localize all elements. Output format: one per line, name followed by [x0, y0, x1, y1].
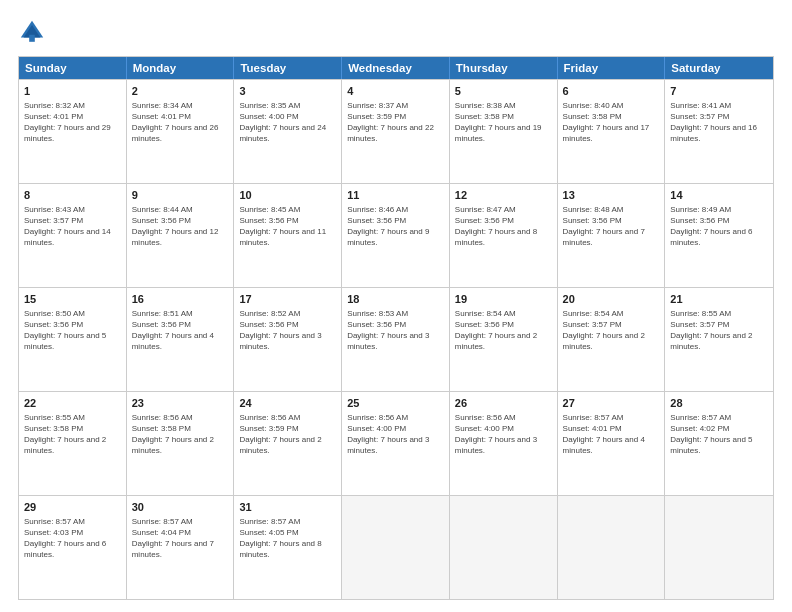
- day-number: 11: [347, 188, 444, 203]
- day-number: 31: [239, 500, 336, 515]
- day-number: 15: [24, 292, 121, 307]
- day-number: 4: [347, 84, 444, 99]
- calendar-cell: 14 Sunrise: 8:49 AMSunset: 3:56 PMDaylig…: [665, 184, 773, 287]
- calendar-row: 1 Sunrise: 8:32 AMSunset: 4:01 PMDayligh…: [19, 79, 773, 183]
- day-info: Sunrise: 8:55 AMSunset: 3:57 PMDaylight:…: [670, 308, 768, 353]
- day-info: Sunrise: 8:54 AMSunset: 3:56 PMDaylight:…: [455, 308, 552, 353]
- calendar-cell: 2 Sunrise: 8:34 AMSunset: 4:01 PMDayligh…: [127, 80, 235, 183]
- calendar-cell: [665, 496, 773, 599]
- calendar-cell: 16 Sunrise: 8:51 AMSunset: 3:56 PMDaylig…: [127, 288, 235, 391]
- day-info: Sunrise: 8:32 AMSunset: 4:01 PMDaylight:…: [24, 100, 121, 145]
- day-info: Sunrise: 8:50 AMSunset: 3:56 PMDaylight:…: [24, 308, 121, 353]
- calendar-cell: 20 Sunrise: 8:54 AMSunset: 3:57 PMDaylig…: [558, 288, 666, 391]
- calendar-cell: 5 Sunrise: 8:38 AMSunset: 3:58 PMDayligh…: [450, 80, 558, 183]
- day-number: 3: [239, 84, 336, 99]
- day-number: 19: [455, 292, 552, 307]
- day-info: Sunrise: 8:55 AMSunset: 3:58 PMDaylight:…: [24, 412, 121, 457]
- day-number: 29: [24, 500, 121, 515]
- calendar-row: 15 Sunrise: 8:50 AMSunset: 3:56 PMDaylig…: [19, 287, 773, 391]
- calendar-header-saturday: Saturday: [665, 57, 773, 79]
- day-info: Sunrise: 8:45 AMSunset: 3:56 PMDaylight:…: [239, 204, 336, 249]
- day-number: 24: [239, 396, 336, 411]
- calendar-cell: 21 Sunrise: 8:55 AMSunset: 3:57 PMDaylig…: [665, 288, 773, 391]
- calendar-header-sunday: Sunday: [19, 57, 127, 79]
- calendar-cell: 27 Sunrise: 8:57 AMSunset: 4:01 PMDaylig…: [558, 392, 666, 495]
- day-info: Sunrise: 8:57 AMSunset: 4:01 PMDaylight:…: [563, 412, 660, 457]
- day-number: 5: [455, 84, 552, 99]
- day-number: 16: [132, 292, 229, 307]
- calendar-cell: 31 Sunrise: 8:57 AMSunset: 4:05 PMDaylig…: [234, 496, 342, 599]
- calendar-header-thursday: Thursday: [450, 57, 558, 79]
- day-info: Sunrise: 8:57 AMSunset: 4:03 PMDaylight:…: [24, 516, 121, 561]
- day-number: 8: [24, 188, 121, 203]
- day-info: Sunrise: 8:46 AMSunset: 3:56 PMDaylight:…: [347, 204, 444, 249]
- calendar-cell: 1 Sunrise: 8:32 AMSunset: 4:01 PMDayligh…: [19, 80, 127, 183]
- day-info: Sunrise: 8:48 AMSunset: 3:56 PMDaylight:…: [563, 204, 660, 249]
- calendar-header-friday: Friday: [558, 57, 666, 79]
- day-number: 14: [670, 188, 768, 203]
- day-number: 26: [455, 396, 552, 411]
- calendar-cell: 23 Sunrise: 8:56 AMSunset: 3:58 PMDaylig…: [127, 392, 235, 495]
- calendar-cell: 19 Sunrise: 8:54 AMSunset: 3:56 PMDaylig…: [450, 288, 558, 391]
- day-number: 23: [132, 396, 229, 411]
- calendar-body: 1 Sunrise: 8:32 AMSunset: 4:01 PMDayligh…: [19, 79, 773, 599]
- header: [18, 18, 774, 46]
- day-info: Sunrise: 8:57 AMSunset: 4:02 PMDaylight:…: [670, 412, 768, 457]
- day-info: Sunrise: 8:41 AMSunset: 3:57 PMDaylight:…: [670, 100, 768, 145]
- svg-rect-2: [29, 35, 35, 42]
- day-info: Sunrise: 8:57 AMSunset: 4:04 PMDaylight:…: [132, 516, 229, 561]
- calendar-cell: 7 Sunrise: 8:41 AMSunset: 3:57 PMDayligh…: [665, 80, 773, 183]
- calendar-cell: 30 Sunrise: 8:57 AMSunset: 4:04 PMDaylig…: [127, 496, 235, 599]
- logo: [18, 18, 50, 46]
- day-info: Sunrise: 8:49 AMSunset: 3:56 PMDaylight:…: [670, 204, 768, 249]
- day-info: Sunrise: 8:56 AMSunset: 3:59 PMDaylight:…: [239, 412, 336, 457]
- day-number: 2: [132, 84, 229, 99]
- calendar-cell: 18 Sunrise: 8:53 AMSunset: 3:56 PMDaylig…: [342, 288, 450, 391]
- day-info: Sunrise: 8:34 AMSunset: 4:01 PMDaylight:…: [132, 100, 229, 145]
- day-number: 9: [132, 188, 229, 203]
- calendar-cell: [450, 496, 558, 599]
- day-info: Sunrise: 8:43 AMSunset: 3:57 PMDaylight:…: [24, 204, 121, 249]
- calendar-header-tuesday: Tuesday: [234, 57, 342, 79]
- day-info: Sunrise: 8:38 AMSunset: 3:58 PMDaylight:…: [455, 100, 552, 145]
- calendar-cell: 6 Sunrise: 8:40 AMSunset: 3:58 PMDayligh…: [558, 80, 666, 183]
- calendar-cell: 13 Sunrise: 8:48 AMSunset: 3:56 PMDaylig…: [558, 184, 666, 287]
- calendar-cell: 26 Sunrise: 8:56 AMSunset: 4:00 PMDaylig…: [450, 392, 558, 495]
- day-number: 13: [563, 188, 660, 203]
- calendar-cell: 8 Sunrise: 8:43 AMSunset: 3:57 PMDayligh…: [19, 184, 127, 287]
- day-number: 7: [670, 84, 768, 99]
- calendar-cell: 17 Sunrise: 8:52 AMSunset: 3:56 PMDaylig…: [234, 288, 342, 391]
- day-info: Sunrise: 8:57 AMSunset: 4:05 PMDaylight:…: [239, 516, 336, 561]
- day-number: 1: [24, 84, 121, 99]
- day-number: 21: [670, 292, 768, 307]
- day-info: Sunrise: 8:56 AMSunset: 4:00 PMDaylight:…: [347, 412, 444, 457]
- day-info: Sunrise: 8:53 AMSunset: 3:56 PMDaylight:…: [347, 308, 444, 353]
- calendar-cell: 25 Sunrise: 8:56 AMSunset: 4:00 PMDaylig…: [342, 392, 450, 495]
- calendar-row: 8 Sunrise: 8:43 AMSunset: 3:57 PMDayligh…: [19, 183, 773, 287]
- day-info: Sunrise: 8:35 AMSunset: 4:00 PMDaylight:…: [239, 100, 336, 145]
- day-number: 17: [239, 292, 336, 307]
- calendar-cell: 4 Sunrise: 8:37 AMSunset: 3:59 PMDayligh…: [342, 80, 450, 183]
- day-info: Sunrise: 8:37 AMSunset: 3:59 PMDaylight:…: [347, 100, 444, 145]
- calendar-cell: 12 Sunrise: 8:47 AMSunset: 3:56 PMDaylig…: [450, 184, 558, 287]
- page: SundayMondayTuesdayWednesdayThursdayFrid…: [0, 0, 792, 612]
- day-info: Sunrise: 8:44 AMSunset: 3:56 PMDaylight:…: [132, 204, 229, 249]
- calendar-cell: 28 Sunrise: 8:57 AMSunset: 4:02 PMDaylig…: [665, 392, 773, 495]
- calendar-cell: 22 Sunrise: 8:55 AMSunset: 3:58 PMDaylig…: [19, 392, 127, 495]
- calendar-row: 22 Sunrise: 8:55 AMSunset: 3:58 PMDaylig…: [19, 391, 773, 495]
- calendar-row: 29 Sunrise: 8:57 AMSunset: 4:03 PMDaylig…: [19, 495, 773, 599]
- calendar-header-monday: Monday: [127, 57, 235, 79]
- day-info: Sunrise: 8:51 AMSunset: 3:56 PMDaylight:…: [132, 308, 229, 353]
- day-info: Sunrise: 8:40 AMSunset: 3:58 PMDaylight:…: [563, 100, 660, 145]
- calendar-cell: [558, 496, 666, 599]
- day-number: 6: [563, 84, 660, 99]
- day-number: 10: [239, 188, 336, 203]
- calendar-cell: 9 Sunrise: 8:44 AMSunset: 3:56 PMDayligh…: [127, 184, 235, 287]
- day-number: 22: [24, 396, 121, 411]
- calendar-cell: [342, 496, 450, 599]
- day-number: 28: [670, 396, 768, 411]
- calendar-cell: 24 Sunrise: 8:56 AMSunset: 3:59 PMDaylig…: [234, 392, 342, 495]
- day-number: 12: [455, 188, 552, 203]
- day-info: Sunrise: 8:56 AMSunset: 4:00 PMDaylight:…: [455, 412, 552, 457]
- day-number: 30: [132, 500, 229, 515]
